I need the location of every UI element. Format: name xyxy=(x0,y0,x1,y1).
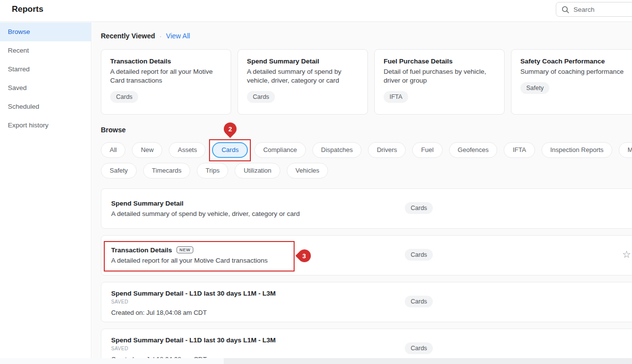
card-title: Transaction Details xyxy=(110,58,222,65)
card-tag: Safety xyxy=(520,82,549,94)
report-row-transaction-details[interactable]: Transaction DetailsNEW A detailed report… xyxy=(101,235,632,275)
report-row-tag: Cards xyxy=(405,249,433,261)
filter-pill-new[interactable]: New xyxy=(132,142,162,158)
filter-pill-maintenance[interactable]: Maintenance xyxy=(619,142,632,158)
sidebar-item-starred[interactable]: Starred xyxy=(0,60,91,79)
main-content: Recently Viewed · View All Transaction D… xyxy=(92,23,632,364)
filter-pill-safety[interactable]: Safety xyxy=(101,163,137,179)
filter-pill-dispatches[interactable]: Dispatches xyxy=(312,142,361,158)
search-icon xyxy=(562,6,569,13)
search-box[interactable] xyxy=(556,2,632,17)
report-card-spend-summary[interactable]: Spend Summary Detail A detailed summary … xyxy=(238,49,368,115)
view-all-link[interactable]: View All xyxy=(166,32,190,40)
report-card-transaction-details[interactable]: Transaction Details A detailed report fo… xyxy=(101,49,231,115)
sidebar-item-scheduled[interactable]: Scheduled xyxy=(0,97,91,116)
filter-pill-all[interactable]: All xyxy=(101,142,125,158)
filter-pills-row-1: All New Assets Cards 2 Compliance Dispat… xyxy=(101,142,632,158)
new-badge: NEW xyxy=(177,246,194,253)
sidebar-item-recent[interactable]: Recent xyxy=(0,41,91,60)
star-icon[interactable]: ☆ xyxy=(622,248,631,260)
created-timestamp: Created on: Jul 18,04:08 am CDT xyxy=(111,309,632,316)
filter-pill-inspection-reports[interactable]: Inspection Reports xyxy=(542,142,612,158)
sidebar-item-browse[interactable]: Browse xyxy=(0,23,91,41)
recently-viewed-header: Recently Viewed · View All xyxy=(101,32,190,40)
filter-pill-vehicles[interactable]: Vehicles xyxy=(287,163,328,179)
search-input[interactable] xyxy=(573,6,628,13)
card-tag: IFTA xyxy=(384,91,408,103)
report-row-tag: Cards xyxy=(405,342,433,354)
filter-pill-utilization[interactable]: Utilization xyxy=(235,163,280,179)
card-title: Fuel Purchase Details xyxy=(384,58,495,65)
card-description: A detailed summary of spend by vehicle, … xyxy=(247,67,359,85)
page-title: Reports xyxy=(12,4,43,14)
card-title: Spend Summary Detail xyxy=(247,58,359,65)
horizontal-scrollbar-track[interactable] xyxy=(0,358,632,364)
report-row-description: A detailed summary of spend by vehicle, … xyxy=(111,210,632,217)
sidebar-item-saved[interactable]: Saved xyxy=(0,79,91,97)
filter-pill-geofences[interactable]: Geofences xyxy=(449,142,498,158)
sidebar: Browse Recent Starred Saved Scheduled Ex… xyxy=(0,23,91,364)
recently-viewed-cards: Transaction Details A detailed report fo… xyxy=(101,49,632,115)
report-list: Spend Summary Detail A detailed summary … xyxy=(101,188,632,364)
card-title: Safety Coach Performance xyxy=(520,58,632,65)
horizontal-scrollbar-thumb[interactable] xyxy=(0,358,224,364)
filter-pills-row-2: Safety Timecards Trips Utilization Vehic… xyxy=(101,163,328,179)
report-card-safety-coach[interactable]: Safety Coach Performance Summary of coac… xyxy=(511,49,632,115)
card-tag: Cards xyxy=(110,91,138,103)
report-row-tag: Cards xyxy=(405,296,433,307)
report-row-description: A detailed report for all your Motive Ca… xyxy=(111,257,632,264)
sidebar-item-export-history[interactable]: Export history xyxy=(0,116,91,135)
saved-label: SAVED xyxy=(111,346,632,351)
top-header: Reports xyxy=(0,0,632,22)
report-row-title: Spend Summary Detail xyxy=(111,200,183,207)
report-row-title: Transaction Details xyxy=(111,246,172,254)
annotation-pin-step2: 2 xyxy=(221,120,239,138)
report-row-title: Spend Summary Detail - L1D last 30 days … xyxy=(111,290,276,297)
report-row-tag: Cards xyxy=(405,202,433,214)
filter-pill-timecards[interactable]: Timecards xyxy=(143,163,190,179)
filter-pill-assets[interactable]: Assets xyxy=(169,142,206,158)
filter-pill-cards-wrapper: Cards 2 xyxy=(212,142,248,158)
card-description: Summary of coaching performance xyxy=(520,67,632,76)
card-description: Detail of fuel purchases by vehicle, dri… xyxy=(384,67,495,85)
report-row-spend-summary[interactable]: Spend Summary Detail A detailed summary … xyxy=(101,188,632,229)
filter-pill-compliance[interactable]: Compliance xyxy=(254,142,306,158)
browse-title: Browse xyxy=(101,126,126,134)
report-card-fuel-purchase[interactable]: Fuel Purchase Details Detail of fuel pur… xyxy=(374,49,505,115)
report-row-saved-spend-summary-1[interactable]: Spend Summary Detail - L1D last 30 days … xyxy=(101,282,632,322)
filter-pill-trips[interactable]: Trips xyxy=(197,163,228,179)
card-description: A detailed report for all your Motive Ca… xyxy=(110,67,222,85)
filter-pill-fuel[interactable]: Fuel xyxy=(412,142,442,158)
filter-pill-cards-selected[interactable]: Cards xyxy=(212,142,248,158)
card-tag: Cards xyxy=(247,91,275,103)
annotation-step2-number: 2 xyxy=(228,125,232,133)
report-row-title: Spend Summary Detail - L1D last 30 days … xyxy=(111,336,276,344)
filter-pill-ifta[interactable]: IFTA xyxy=(504,142,535,158)
saved-label: SAVED xyxy=(111,299,632,304)
filter-pill-drivers[interactable]: Drivers xyxy=(368,142,406,158)
recently-viewed-title: Recently Viewed xyxy=(101,32,155,40)
dot-separator: · xyxy=(159,32,161,40)
